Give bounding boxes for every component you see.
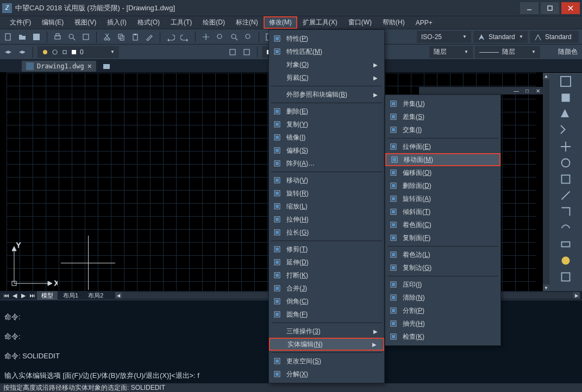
- rt-icon-6[interactable]: [559, 156, 572, 169]
- menu-insert[interactable]: 插入(I): [102, 16, 132, 29]
- rt-icon-9[interactable]: [559, 205, 572, 218]
- menu-item-scale-icon[interactable]: 缩放(L): [269, 200, 384, 213]
- menu-item-rotate-icon[interactable]: 旋转(R): [269, 187, 384, 200]
- panel-close-icon[interactable]: ✕: [534, 87, 542, 94]
- new-icon[interactable]: [2, 31, 14, 43]
- menu-item-item[interactable]: 外部参照和块编辑(B)▶: [269, 88, 384, 101]
- menu-item-join-icon[interactable]: 合并(J): [269, 282, 384, 295]
- dropdown-linetype[interactable]: ———随层▼: [475, 46, 540, 58]
- scroll-right-icon[interactable]: ▶: [573, 292, 580, 299]
- group-a-icon[interactable]: [227, 46, 239, 58]
- menu-item-item[interactable]: 剪裁(C)▶: [269, 71, 384, 84]
- match-icon[interactable]: [143, 31, 155, 43]
- group-b-icon[interactable]: [241, 46, 253, 58]
- tab-nav-prev-icon[interactable]: ◀: [11, 292, 18, 299]
- zoom-window-icon[interactable]: [214, 31, 226, 43]
- menu-item-taper-face-icon[interactable]: 倾斜面(T): [385, 205, 500, 218]
- menu-item-match-prop-icon[interactable]: 特性匹配(M): [269, 45, 384, 58]
- tab-layout1[interactable]: 布局1: [59, 291, 83, 300]
- menu-view[interactable]: 视图(V): [69, 16, 102, 29]
- menu-item-item[interactable]: 实体编辑(N)▶: [269, 338, 384, 351]
- zoom-ext-icon[interactable]: [242, 31, 254, 43]
- menu-item-offset-face-icon[interactable]: 偏移面(O): [385, 166, 500, 179]
- copy-icon[interactable]: [115, 31, 127, 43]
- rt-icon-12[interactable]: [559, 254, 572, 267]
- rt-icon-8[interactable]: [559, 189, 572, 202]
- panel-min-icon[interactable]: —: [512, 87, 520, 94]
- menu-item-imprint-icon[interactable]: 压印(I): [385, 278, 500, 291]
- menu-item-delete-face-icon[interactable]: 删除面(D): [385, 179, 500, 192]
- cut-icon[interactable]: [101, 31, 113, 43]
- menu-extend-tools[interactable]: 扩展工具(X): [297, 16, 343, 29]
- panel-max-icon[interactable]: □: [523, 87, 531, 94]
- undo-icon[interactable]: [165, 31, 177, 43]
- layer-props-icon[interactable]: [16, 46, 28, 58]
- scroll-left-icon[interactable]: ◀: [115, 292, 122, 299]
- menu-item-subtract-icon[interactable]: 差集(S): [385, 110, 500, 123]
- dropdown-bylayer-a[interactable]: 随层▼: [429, 46, 473, 58]
- menu-file[interactable]: 文件(F): [4, 16, 36, 29]
- rt-icon-7[interactable]: [559, 173, 572, 186]
- menu-tools[interactable]: 工具(T): [165, 16, 197, 29]
- menu-item-shell-icon[interactable]: 抽壳(H): [385, 317, 500, 330]
- menu-item-chamfer-icon[interactable]: 倒角(C): [269, 295, 384, 308]
- save-icon[interactable]: [30, 31, 42, 43]
- rt-icon-11[interactable]: [559, 238, 572, 251]
- menu-item-separate-icon[interactable]: 分割(P): [385, 304, 500, 317]
- close-button[interactable]: [561, 2, 580, 14]
- menu-item-intersect-icon[interactable]: 交集(I): [385, 123, 500, 136]
- menu-item-move-icon[interactable]: 移动(V): [269, 174, 384, 187]
- tab-layout2[interactable]: 布局2: [84, 291, 108, 300]
- rt-icon-1[interactable]: [559, 75, 572, 88]
- layer-state-icon[interactable]: [2, 46, 14, 58]
- menu-item-copy-face-icon[interactable]: 复制面(F): [385, 231, 500, 244]
- scrollbar-vertical[interactable]: ▲ ▼: [543, 73, 549, 291]
- menu-dimension[interactable]: 标注(N): [230, 16, 264, 29]
- tab-model[interactable]: 模型: [37, 291, 58, 300]
- menu-edit[interactable]: 编辑(E): [36, 16, 69, 29]
- menu-modify[interactable]: 修改(M): [264, 16, 297, 29]
- tab-nav-first-icon[interactable]: ⏮: [2, 292, 10, 299]
- menu-item-erase-icon[interactable]: 删除(E): [269, 105, 384, 118]
- paste-icon[interactable]: [129, 31, 141, 43]
- menu-item-color-face-icon[interactable]: 着色面(C): [385, 218, 500, 231]
- menu-item-mirror-icon[interactable]: 镜像(I): [269, 131, 384, 144]
- menu-item-union-icon[interactable]: 并集(U): [385, 97, 500, 110]
- menu-item-trim-icon[interactable]: 修剪(T): [269, 243, 384, 256]
- publish-icon[interactable]: [80, 31, 92, 43]
- print-icon[interactable]: [52, 31, 64, 43]
- rt-icon-10[interactable]: [559, 222, 572, 235]
- menu-item-change-space-icon[interactable]: 更改空间(S): [269, 355, 384, 368]
- minimize-button[interactable]: [520, 2, 539, 14]
- dropdown-dim-style[interactable]: ISO-25▼: [417, 31, 471, 43]
- menu-window[interactable]: 窗口(W): [343, 16, 377, 29]
- menu-item-array-icon[interactable]: 阵列(A)…: [269, 157, 384, 170]
- menu-app-plus[interactable]: APP+: [410, 17, 438, 28]
- menu-item-clean-icon[interactable]: 清除(N): [385, 291, 500, 304]
- dropdown-text-style[interactable]: Standard▼: [473, 31, 528, 43]
- menu-item-extrude-face-icon[interactable]: 拉伸面(E): [385, 140, 500, 153]
- tab-close-icon[interactable]: ×: [87, 62, 92, 71]
- tab-nav-next-icon[interactable]: ▶: [20, 292, 27, 299]
- menu-item-explode-icon[interactable]: 分解(X): [269, 368, 384, 381]
- maximize-button[interactable]: [541, 2, 559, 14]
- menu-item-break-icon[interactable]: 打断(K): [269, 269, 384, 282]
- scroll-up-icon[interactable]: ▲: [543, 73, 549, 79]
- new-tab-button[interactable]: [101, 60, 112, 72]
- menu-item-color-edge-icon[interactable]: 着色边(L): [385, 248, 500, 261]
- tab-nav-last-icon[interactable]: ⏭: [28, 292, 36, 299]
- rt-icon-5[interactable]: [559, 140, 572, 153]
- dropdown-table-style[interactable]: Standard: [530, 31, 579, 43]
- redo-icon[interactable]: [179, 31, 191, 43]
- document-tab[interactable]: Drawing1.dwg ×: [22, 61, 96, 72]
- menu-item-extend-icon[interactable]: 延伸(D): [269, 256, 384, 269]
- menu-item-check-icon[interactable]: 检查(K): [385, 330, 500, 343]
- menu-item-copy-icon[interactable]: 复制(Y): [269, 118, 384, 131]
- rt-icon-3[interactable]: [559, 108, 572, 121]
- menu-item-move-face-icon[interactable]: 移动面(M): [385, 153, 500, 166]
- menu-item-rotate-face-icon[interactable]: 旋转面(A): [385, 192, 500, 205]
- dropdown-layer[interactable]: 0▼: [37, 46, 119, 58]
- open-icon[interactable]: [16, 31, 28, 43]
- scroll-down-icon[interactable]: ▼: [543, 284, 549, 291]
- menu-item-properties-icon[interactable]: 特性(P): [269, 32, 384, 45]
